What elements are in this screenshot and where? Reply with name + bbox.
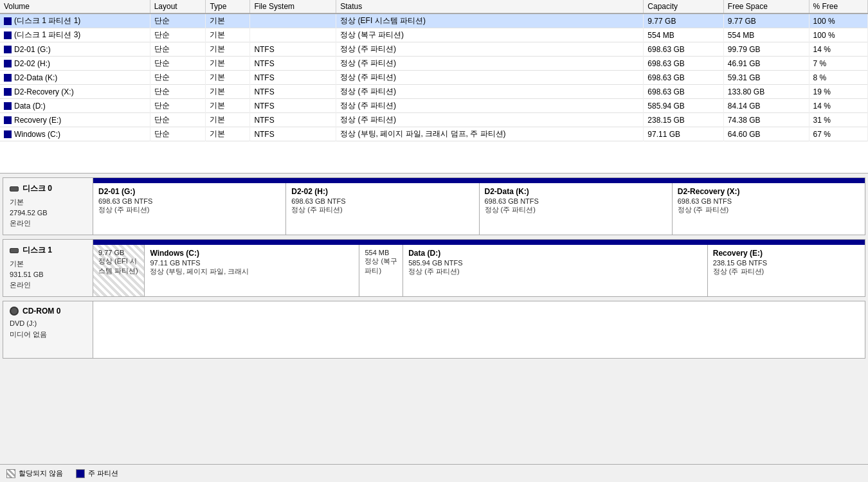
col-volume: Volume <box>0 0 150 13</box>
partition-block[interactable]: 9.77 GB정상 (EFI 시스템 파티션) <box>93 245 145 296</box>
disk-icon <box>10 248 19 253</box>
table-cell: NTFS <box>250 42 336 57</box>
table-row[interactable]: D2-02 (H:)단순기본NTFS정상 (주 파티션)698.63 GB46.… <box>0 57 868 71</box>
table-cell: NTFS <box>250 71 336 85</box>
partition-block[interactable]: Data (D:)585.94 GB NTFS정상 (주 파티션) <box>403 245 708 296</box>
partition-status: 정상 (주 파티션) <box>98 205 280 215</box>
table-cell: NTFS <box>250 85 336 99</box>
table-cell: 100 % <box>809 13 867 28</box>
table-row[interactable]: (디스크 1 파티션 3)단순기본정상 (복구 파티션)554 MB554 MB… <box>0 28 868 42</box>
col-freespace: Free Space <box>723 0 809 13</box>
table-cell: NTFS <box>250 127 336 141</box>
cdrom-icon <box>10 307 19 316</box>
table-cell: 698.63 GB <box>644 42 723 57</box>
col-percentfree: % Free <box>809 0 867 13</box>
partition-size: 97.11 GB NTFS <box>150 259 354 267</box>
cell-volume: Recovery (E:) <box>0 113 150 127</box>
disk-title-text: 디스크 1 <box>23 245 52 256</box>
legend-primary: 주 파티션 <box>76 469 118 478</box>
disk-icon <box>10 186 19 192</box>
partition-status: 정상 (복구 파티) <box>365 256 397 276</box>
partition-block[interactable]: D2-02 (H:)698.63 GB NTFS정상 (주 파티션) <box>286 183 479 235</box>
table-cell: 554 MB <box>723 28 809 42</box>
legend-unallocated-label: 할당되지 않음 <box>19 469 63 478</box>
volume-table-container[interactable]: Volume Layout Type File System Status Ca… <box>0 0 868 174</box>
partition-block[interactable]: 554 MB정상 (복구 파티) <box>359 245 403 296</box>
table-cell: 기본 <box>206 99 250 113</box>
partition-name: Recovery (E:) <box>713 249 860 258</box>
table-cell: 99.79 GB <box>723 42 809 57</box>
table-cell: 단순 <box>150 71 206 85</box>
partition-size: 698.63 GB NTFS <box>678 197 860 205</box>
volume-indicator <box>4 60 12 67</box>
table-cell: 단순 <box>150 42 206 57</box>
disk-bar <box>93 178 865 183</box>
volume-indicator <box>4 88 12 96</box>
cell-volume: D2-Recovery (X:) <box>0 85 150 99</box>
table-cell: 31 % <box>809 113 867 127</box>
disk-title: CD-ROM 0 <box>10 307 86 316</box>
disk-status: 온라인 <box>10 218 86 229</box>
partition-size: 238.15 GB NTFS <box>713 259 860 267</box>
partition-block[interactable]: D2-Data (K:)698.63 GB NTFS정상 (주 파티션) <box>480 183 673 235</box>
disk-size: 931.51 GB <box>10 269 86 280</box>
col-status: Status <box>336 0 644 13</box>
legend-bar: 할당되지 않음 주 파티션 <box>0 464 868 482</box>
volume-table: Volume Layout Type File System Status Ca… <box>0 0 868 141</box>
disk-map-section[interactable]: 디스크 0기본2794.52 GB온라인D2-01 (G:)698.63 GB … <box>0 174 868 466</box>
table-row[interactable]: Recovery (E:)단순기본NTFS정상 (주 파티션)238.15 GB… <box>0 113 868 127</box>
disk-title: 디스크 1 <box>10 245 86 256</box>
table-cell: 84.14 GB <box>723 99 809 113</box>
partition-block[interactable]: D2-01 (G:)698.63 GB NTFS정상 (주 파티션) <box>93 183 286 235</box>
table-cell: 정상 (주 파티션) <box>336 113 644 127</box>
table-cell: 67 % <box>809 127 867 141</box>
table-row[interactable]: D2-Recovery (X:)단순기본NTFS정상 (주 파티션)698.63… <box>0 85 868 99</box>
partition-block[interactable]: D2-Recovery (X:)698.63 GB NTFS정상 (주 파티션) <box>673 183 865 235</box>
disk-label-disk1: 디스크 1기본931.51 GB온라인 <box>3 240 93 296</box>
legend-stripe-icon <box>6 469 15 478</box>
partition-size: 698.63 GB NTFS <box>291 197 473 205</box>
disk-bar <box>93 240 865 245</box>
cell-volume: Data (D:) <box>0 99 150 113</box>
volume-indicator <box>4 116 12 124</box>
table-cell: 585.94 GB <box>644 99 723 113</box>
table-cell: 단순 <box>150 85 206 99</box>
table-cell: 정상 (주 파티션) <box>336 85 644 99</box>
table-body: (디스크 1 파티션 1)단순기본정상 (EFI 시스템 파티션)9.77 GB… <box>0 13 868 141</box>
table-cell: NTFS <box>250 113 336 127</box>
disk-partitions: D2-01 (G:)698.63 GB NTFS정상 (주 파티션)D2-02 … <box>93 178 865 235</box>
table-cell: 238.15 GB <box>644 113 723 127</box>
disk-partitions <box>93 301 865 358</box>
partition-size: 698.63 GB NTFS <box>98 197 280 205</box>
table-row[interactable]: Data (D:)단순기본NTFS정상 (주 파티션)585.94 GB84.1… <box>0 99 868 113</box>
partition-status: 정상 (부팅, 페이지 파일, 크래시 <box>150 267 354 276</box>
table-cell: 기본 <box>206 42 250 57</box>
col-type: Type <box>206 0 250 13</box>
table-cell: 기본 <box>206 13 250 28</box>
cell-volume: D2-Data (K:) <box>0 71 150 85</box>
table-cell: 74.38 GB <box>723 113 809 127</box>
disk-status: 온라인 <box>10 280 86 290</box>
partition-status: 정상 (주 파티션) <box>408 267 702 276</box>
partition-block[interactable]: Windows (C:)97.11 GB NTFS정상 (부팅, 페이지 파일,… <box>145 245 359 296</box>
disk-parts-row: D2-01 (G:)698.63 GB NTFS정상 (주 파티션)D2-02 … <box>93 183 865 235</box>
table-cell: 단순 <box>150 13 206 28</box>
partition-block[interactable]: Recovery (E:)238.15 GB NTFS정상 (주 파티션) <box>708 245 865 296</box>
table-cell: 698.63 GB <box>644 57 723 71</box>
table-row[interactable]: (디스크 1 파티션 1)단순기본정상 (EFI 시스템 파티션)9.77 GB… <box>0 13 868 28</box>
table-cell: 14 % <box>809 42 867 57</box>
legend-primary-label: 주 파티션 <box>88 469 118 478</box>
disk-label-disk0: 디스크 0기본2794.52 GB온라인 <box>3 178 93 235</box>
table-row[interactable]: Windows (C:)단순기본NTFS정상 (부팅, 페이지 파일, 크래시 … <box>0 127 868 141</box>
table-row[interactable]: D2-Data (K:)단순기본NTFS정상 (주 파티션)698.63 GB5… <box>0 71 868 85</box>
table-cell: 단순 <box>150 127 206 141</box>
table-row[interactable]: D2-01 (G:)단순기본NTFS정상 (주 파티션)698.63 GB99.… <box>0 42 868 57</box>
table-cell: 기본 <box>206 85 250 99</box>
table-header-row: Volume Layout Type File System Status Ca… <box>0 0 868 13</box>
partition-status: 정상 (주 파티션) <box>291 205 473 215</box>
partition-size: 698.63 GB NTFS <box>485 197 667 205</box>
disk-type: 기본 <box>10 258 86 269</box>
volume-indicator <box>4 74 12 82</box>
cell-volume: (디스크 1 파티션 1) <box>0 13 150 28</box>
table-cell: 정상 (부팅, 페이지 파일, 크래시 덤프, 주 파티션) <box>336 127 644 141</box>
